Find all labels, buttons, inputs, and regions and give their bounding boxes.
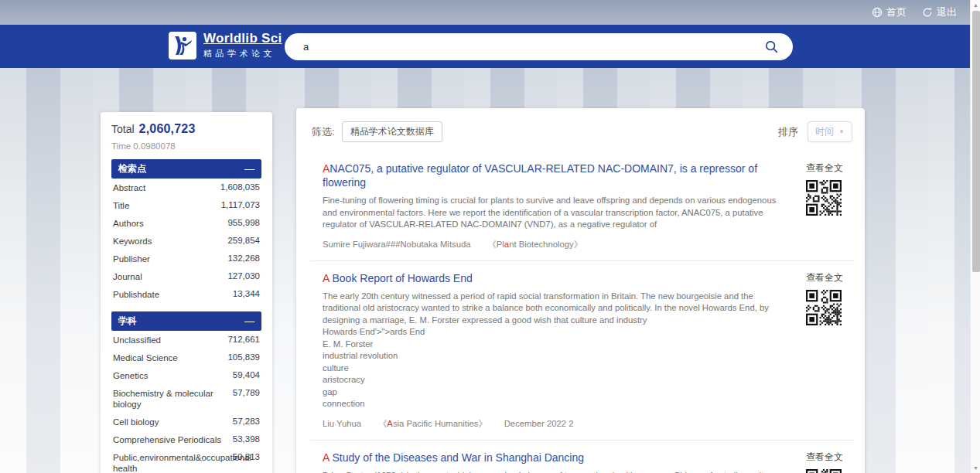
facet-row-genetics[interactable]: Genetics 59,404	[111, 366, 261, 384]
view-fulltext-link[interactable]: 查看全文	[806, 451, 854, 464]
result-item: A Study of the Diseases and War in Shang…	[310, 441, 854, 473]
result-meta: Liu Yuhua《Asia Pacific Humanities》Decemb…	[323, 418, 790, 430]
scroll-down-icon[interactable]: ▼	[971, 463, 980, 473]
result-side: 查看全文	[806, 162, 854, 250]
search-input[interactable]	[303, 41, 762, 53]
result-extra-line: aristocracy	[323, 374, 790, 386]
result-date: December 2022 2	[504, 419, 574, 428]
database-filter-chip[interactable]: 精品学术论文数据库	[342, 121, 442, 142]
scrollbar-thumb[interactable]	[972, 11, 980, 272]
filter-toolbar: 筛选: 精品学术论文数据库 排序 时间 ▼	[310, 108, 854, 151]
result-extra-line: culture	[323, 362, 790, 375]
result-abstract: Brian Castro (1950- ) is the most widely…	[323, 470, 790, 473]
facet-sidebar: Total2,060,723 Time 0.0980078 检索点 — Abst…	[101, 112, 272, 473]
sort-dropdown[interactable]: 时间 ▼	[808, 121, 852, 142]
result-side: 查看全文	[806, 451, 854, 473]
brand[interactable]: Worldlib Sci 精品学术论文	[169, 31, 282, 60]
results-panel: 筛选: 精品学术论文数据库 排序 时间 ▼ ANAC075, a putativ…	[296, 108, 865, 473]
query-time: Time 0.0980078	[111, 141, 261, 151]
facet-row-abstract[interactable]: Abstract 1,608,035	[111, 179, 261, 196]
filter-label: 筛选:	[312, 125, 335, 139]
globe-icon	[872, 7, 883, 18]
result-journal: 《Asia Pacific Humanities》	[378, 419, 487, 428]
result-extra-line: gap	[323, 386, 790, 399]
result-meta: Sumire Fujiwara###Nobutaka Mitsuda《Plant…	[323, 239, 790, 250]
brand-subtitle: 精品学术论文	[203, 48, 282, 60]
chevron-down-icon: ▼	[838, 128, 845, 135]
facet-row-medical-science[interactable]: Medical Science 105,839	[111, 349, 261, 366]
result-main: ANAC075, a putative regulator of VASCULA…	[323, 162, 806, 250]
facet-row-public-health[interactable]: Public,environmental&occupational health…	[111, 448, 261, 473]
search-button[interactable]	[762, 38, 780, 56]
total-value: 2,060,723	[139, 122, 196, 135]
scroll-up-icon[interactable]: ▲	[971, 0, 980, 10]
logout-link[interactable]: 退出	[922, 5, 957, 19]
facet-row-journal[interactable]: Journal 127,030	[111, 267, 261, 285]
brand-logo-icon	[169, 32, 196, 60]
facet-row-title[interactable]: Title 1,117,073	[111, 196, 261, 214]
home-link[interactable]: 首页	[872, 5, 907, 19]
qr-code	[806, 180, 842, 216]
facet-row-cell-biology[interactable]: Cell biology 57,283	[111, 413, 261, 430]
search-icon	[764, 39, 779, 54]
window-scrollbar[interactable]: ▲ ▼	[970, 0, 980, 473]
page: 首页 退出 Worldlib Sci 精品学术论文	[0, 0, 980, 473]
brand-title: Worldlib Sci	[203, 31, 282, 46]
result-authors: Sumire Fujiwara###Nobutaka Mitsuda	[323, 240, 471, 249]
facet-section-header-subject[interactable]: 学科 —	[111, 311, 261, 331]
result-side: 查看全文	[806, 271, 854, 430]
result-main: A Book Report of Howards End The early 2…	[323, 271, 806, 430]
result-main: A Study of the Diseases and War in Shang…	[323, 451, 806, 473]
total-count: Total2,060,723	[111, 122, 261, 136]
top-bar: 首页 退出	[0, 0, 980, 25]
result-item: A Book Report of Howards End The early 2…	[310, 261, 854, 441]
result-item: ANAC075, a putative regulator of VASCULA…	[310, 151, 854, 261]
facet-row-keywords[interactable]: Keywords 259,854	[111, 232, 261, 250]
result-journal: 《Plant Biotechnology》	[488, 240, 582, 249]
brand-text: Worldlib Sci 精品学术论文	[203, 31, 282, 60]
facet-row-biochemistry[interactable]: Biochemistry & molecular biology 57,789	[111, 384, 261, 413]
search-box	[285, 33, 793, 60]
facet-row-comprehensive-periodicals[interactable]: Comprehensive Periodicals 53,398	[111, 430, 261, 448]
logout-icon	[922, 7, 933, 18]
result-title-link[interactable]: A Book Report of Howards End	[323, 271, 790, 285]
qr-code	[806, 469, 842, 473]
facet-section-header-searchfield[interactable]: 检索点 —	[111, 159, 261, 179]
home-label: 首页	[886, 5, 907, 19]
collapse-icon[interactable]: —	[244, 315, 254, 327]
result-title-link[interactable]: ANAC075, a putative regulator of VASCULA…	[323, 162, 790, 189]
facet-row-publisher[interactable]: Publisher 132,268	[111, 250, 261, 267]
result-abstract: Fine-tuning of flowering timing is cruci…	[323, 195, 790, 231]
result-extra-line: industrial revolution	[323, 350, 790, 362]
result-extra-line: E. M. Forster	[323, 339, 790, 351]
qr-code	[806, 290, 842, 325]
logout-label: 退出	[937, 5, 957, 19]
result-abstract: The early 20th century witnessed a perio…	[323, 291, 790, 327]
result-extra-line: Howards End'>">ards End	[323, 326, 790, 339]
facet-row-unclassified[interactable]: Unclassified 712,661	[111, 331, 261, 349]
collapse-icon[interactable]: —	[244, 163, 254, 175]
sort-label: 排序	[778, 125, 798, 139]
view-fulltext-link[interactable]: 查看全文	[806, 271, 854, 284]
header: Worldlib Sci 精品学术论文	[0, 25, 980, 68]
result-title-link[interactable]: A Study of the Diseases and War in Shang…	[323, 451, 790, 464]
facet-row-authors[interactable]: Authors 955,998	[111, 214, 261, 232]
result-extra-line: connection	[323, 398, 790, 410]
result-authors: Liu Yuhua	[323, 419, 361, 428]
view-fulltext-link[interactable]: 查看全文	[806, 162, 854, 175]
facet-row-publishdate[interactable]: Publishdate 13,344	[111, 285, 261, 303]
